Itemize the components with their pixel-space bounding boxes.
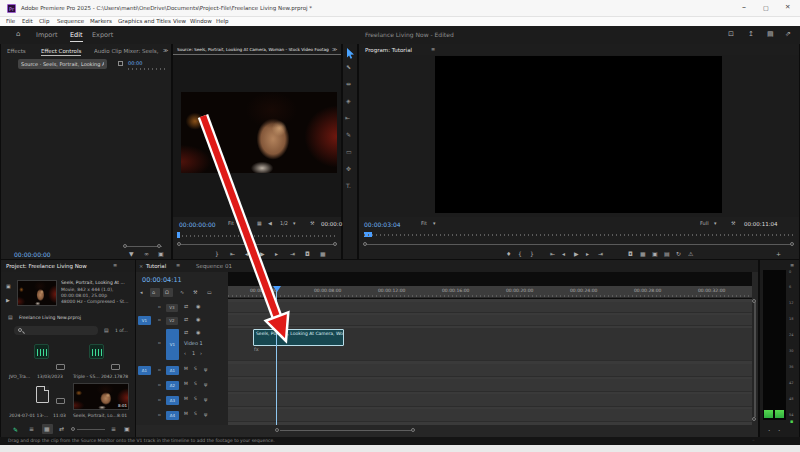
program-monitor-tab[interactable]: Program: Tutorial bbox=[365, 47, 412, 53]
settings-wrench-icon[interactable]: ⚒ bbox=[310, 221, 314, 226]
next-frame-icon[interactable]: ▸ bbox=[586, 251, 589, 257]
play-icon[interactable]: ▶ bbox=[6, 298, 10, 303]
bin-name[interactable]: Freelance Living New.prproj bbox=[19, 315, 81, 320]
menu-edit[interactable]: Edit bbox=[22, 18, 33, 24]
quick-export-icon[interactable]: ⊡ bbox=[728, 30, 734, 38]
freeform-view-icon[interactable]: ⇄ bbox=[59, 426, 64, 432]
track-target-v1[interactable]: V1 bbox=[166, 329, 179, 360]
item-name[interactable]: JVO_Tra... bbox=[9, 374, 30, 379]
track-a4-content[interactable] bbox=[228, 409, 752, 422]
snap-button[interactable]: Ω bbox=[163, 288, 173, 297]
document-file-icon[interactable] bbox=[36, 386, 49, 403]
mic-icon[interactable]: ψ bbox=[204, 412, 207, 417]
linked-selection-icon[interactable]: ∿ bbox=[180, 290, 184, 295]
dropdown-icon[interactable]: ▾ bbox=[240, 221, 243, 226]
track-v1-header[interactable]: ▫ V1 ⇄ ◉ Video 1 ‹ 1 › bbox=[136, 328, 228, 361]
fullscreen-icon[interactable]: ⇗ bbox=[785, 30, 791, 38]
add-button-icon[interactable]: + bbox=[776, 251, 781, 257]
menu-window[interactable]: Window bbox=[190, 18, 212, 24]
timeline-hscrollbar[interactable] bbox=[136, 425, 758, 437]
res-dropdown[interactable]: 1/2 bbox=[280, 221, 288, 226]
rect-tool[interactable]: ▭ bbox=[346, 149, 352, 155]
lift-icon[interactable]: ◘ bbox=[628, 251, 633, 257]
close-sequence-icon[interactable]: × bbox=[139, 263, 143, 269]
new-bin-icon[interactable]: ▣ bbox=[124, 426, 130, 432]
program-zoom-left[interactable] bbox=[363, 242, 367, 246]
sync-icon[interactable]: ⇄ bbox=[184, 317, 188, 322]
selection-tool[interactable] bbox=[346, 48, 355, 59]
panel-menu-icon[interactable]: ≡ bbox=[431, 47, 435, 52]
panel-menu-icon[interactable]: ≡ bbox=[176, 263, 180, 268]
grid-icon[interactable]: ▦ bbox=[257, 221, 262, 226]
res-dropdown[interactable]: Full bbox=[700, 221, 709, 226]
tab-effect-controls[interactable]: Effect Controls bbox=[41, 48, 81, 56]
settings-wrench-icon[interactable]: ⚒ bbox=[731, 221, 735, 226]
track-v2-header[interactable]: V1 ▫ V2 ⇄ ◉ bbox=[136, 315, 228, 326]
funnel-icon[interactable]: ▼ bbox=[129, 251, 134, 257]
project-writable-icon[interactable]: ✎ bbox=[13, 426, 18, 433]
item-name[interactable]: 2024-07-01 13-... bbox=[9, 413, 48, 418]
menu-markers[interactable]: Markers bbox=[90, 18, 112, 24]
pen-tool[interactable]: ✎ bbox=[346, 132, 351, 138]
tab-edit[interactable]: Edit bbox=[70, 31, 83, 42]
lock-icon[interactable]: ▫ bbox=[158, 413, 161, 417]
menu-view[interactable]: View bbox=[173, 18, 186, 24]
timeline-timecode[interactable]: 00:00:04:11 bbox=[142, 276, 182, 284]
track-target-a3[interactable]: A3 bbox=[166, 396, 179, 405]
track-a2-header[interactable]: ▫ A2 M S ψ bbox=[136, 379, 228, 392]
menu-file[interactable]: File bbox=[6, 18, 15, 24]
preview-thumbnail[interactable] bbox=[17, 280, 57, 306]
program-timecode[interactable]: 00:00:03:04 bbox=[364, 221, 401, 228]
step-back-icon[interactable]: ⇤ bbox=[550, 251, 555, 257]
step-fwd-icon[interactable]: ⇥ bbox=[598, 251, 603, 257]
tab-effects[interactable]: Effects bbox=[7, 48, 26, 54]
loop-icon[interactable]: ↻ bbox=[676, 251, 681, 257]
next-frame-icon[interactable]: ▸ bbox=[275, 251, 278, 257]
cc-icon[interactable]: ▭ bbox=[207, 290, 212, 295]
track-v3-content[interactable] bbox=[228, 302, 752, 313]
source-patch-a1[interactable]: A1 bbox=[138, 366, 151, 375]
lock-icon[interactable]: ▫ bbox=[158, 305, 161, 309]
menu-graphics[interactable]: Graphics and Titles bbox=[118, 18, 171, 24]
lock-icon[interactable]: ▫ bbox=[158, 368, 161, 372]
dropdown-icon[interactable]: ▾ bbox=[433, 221, 436, 226]
folder-icon[interactable]: ▤ bbox=[104, 328, 109, 333]
solo-button[interactable]: S bbox=[194, 412, 197, 417]
in-icon[interactable]: { bbox=[518, 251, 522, 257]
mic-icon[interactable]: ψ bbox=[204, 367, 207, 372]
nav-prev[interactable]: ‹ bbox=[184, 351, 186, 356]
track-a4-header[interactable]: ▫ A4 M S ψ bbox=[136, 409, 228, 422]
out-icon[interactable]: } bbox=[530, 251, 534, 257]
zoom-slider[interactable] bbox=[77, 429, 105, 430]
source-video-frame[interactable] bbox=[181, 92, 337, 173]
timeline-wrench-icon[interactable]: ⚒ bbox=[193, 290, 197, 295]
hand-tool[interactable]: ✥ bbox=[346, 166, 351, 172]
track-v2-content[interactable] bbox=[228, 315, 752, 326]
master-checkbox[interactable] bbox=[118, 61, 123, 66]
source-zoom-right[interactable] bbox=[333, 242, 337, 246]
playhead-marker[interactable] bbox=[273, 286, 281, 292]
back-icon[interactable]: ◀ bbox=[268, 221, 272, 226]
safe-margins-icon[interactable]: ⚠ bbox=[688, 251, 693, 257]
panel-menu-icon[interactable]: ≡ bbox=[790, 263, 794, 268]
list-view-icon[interactable]: ≡ bbox=[29, 426, 34, 432]
audio-meters-panel[interactable]: ≡ 0 6 12 18 24 30 36 42 48 54 ▪ • • bbox=[760, 260, 799, 437]
play-icon[interactable]: ▶ bbox=[260, 251, 265, 257]
timeline-clip[interactable]: Seels, Portrait, Looking At Camera, Woma… bbox=[253, 329, 344, 346]
program-zoombar[interactable] bbox=[366, 244, 792, 245]
icon-view-button[interactable]: ▦ bbox=[42, 424, 53, 434]
source-scrubber[interactable] bbox=[182, 235, 337, 237]
zoom-slider-knob[interactable] bbox=[71, 427, 75, 431]
tab-audio-clip-mixer[interactable]: Audio Clip Mixer: Seels, Portrait, Look bbox=[94, 48, 160, 54]
extract-icon[interactable]: ▦ bbox=[640, 251, 646, 257]
program-video-frame[interactable] bbox=[435, 56, 722, 213]
mic-icon[interactable]: ψ bbox=[204, 382, 207, 387]
tab-export[interactable]: Export bbox=[92, 31, 113, 39]
track-a3-header[interactable]: ▫ A3 M S ψ bbox=[136, 394, 228, 407]
program-zoom-right[interactable] bbox=[790, 242, 794, 246]
eye-icon[interactable]: ◉ bbox=[196, 330, 200, 335]
item-name[interactable]: Seels, Portrait, Lo... bbox=[73, 413, 117, 418]
track-a3-content[interactable] bbox=[228, 394, 752, 407]
mic-icon[interactable]: ψ bbox=[204, 397, 207, 402]
dropdown-icon[interactable]: ▾ bbox=[293, 221, 296, 226]
